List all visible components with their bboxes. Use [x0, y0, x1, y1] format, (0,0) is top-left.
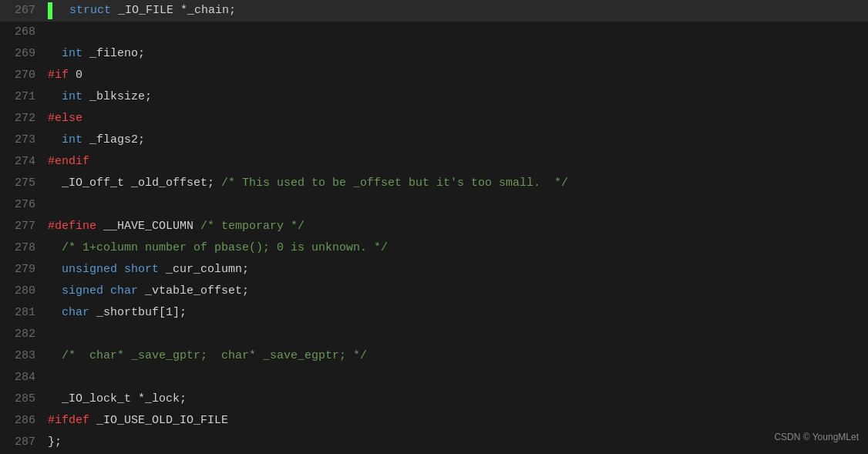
code-token: short	[124, 263, 159, 276]
code-token	[48, 284, 62, 298]
code-token: unsigned	[62, 263, 117, 276]
code-token: _blksize;	[82, 90, 152, 103]
line-content: /* 1+column number of pbase(); 0 is unkn…	[48, 237, 862, 259]
code-line: 267 struct _IO_FILE *_chain;	[0, 0, 868, 22]
code-line: 284	[0, 367, 868, 388]
active-line-indicator	[48, 2, 52, 19]
code-line: 278 /* 1+column number of pbase(); 0 is …	[0, 237, 868, 259]
line-number: 281	[6, 302, 35, 324]
code-token: };	[48, 436, 62, 449]
code-line: 269 int _fileno;	[0, 43, 868, 65]
line-number: 282	[6, 324, 35, 345]
line-content: };	[48, 432, 862, 453]
line-number: 287	[6, 432, 35, 453]
line-number: 273	[6, 129, 35, 151]
code-token: _flags2;	[82, 133, 145, 146]
code-line: 286#ifdef _IO_USE_OLD_IO_FILE	[0, 410, 868, 432]
code-line: 272#else	[0, 108, 868, 129]
line-content: #else	[48, 108, 862, 129]
line-number: 286	[6, 410, 35, 432]
line-content: #define __HAVE_COLUMN /* temporary */	[48, 216, 862, 237]
code-line: 271 int _blksize;	[0, 86, 868, 108]
code-token: #else	[48, 112, 82, 125]
code-token: struct	[69, 4, 111, 17]
line-content	[48, 194, 862, 216]
code-line: 287};	[0, 432, 868, 453]
code-token: _IO_off_t _old_offset;	[48, 177, 221, 190]
code-line: 273 int _flags2;	[0, 129, 868, 151]
code-line: 277#define __HAVE_COLUMN /* temporary */	[0, 216, 868, 237]
code-token	[48, 90, 62, 103]
line-number: 268	[6, 22, 35, 43]
code-token: _shortbuf[1];	[89, 306, 187, 319]
code-line: 285 _IO_lock_t *_lock;	[0, 388, 868, 410]
code-token	[56, 4, 69, 17]
code-token: signed	[62, 284, 103, 298]
line-number: 285	[6, 388, 35, 410]
code-token: #ifdef	[48, 414, 89, 427]
code-token: _fileno;	[82, 47, 145, 60]
code-token	[48, 349, 62, 362]
line-content	[48, 367, 862, 388]
code-line: 270#if 0	[0, 65, 868, 86]
code-token	[103, 284, 110, 298]
line-content: #endif	[48, 151, 862, 173]
code-token: _IO_USE_OLD_IO_FILE	[89, 414, 228, 427]
line-content: #ifdef _IO_USE_OLD_IO_FILE	[48, 410, 862, 432]
code-token: char	[110, 284, 138, 298]
line-content: signed char _vtable_offset;	[48, 281, 862, 302]
code-token	[48, 133, 62, 146]
line-content: int _flags2;	[48, 129, 862, 151]
code-line: 282	[0, 324, 868, 345]
line-number: 275	[6, 173, 35, 194]
line-content: _IO_off_t _old_offset; /* This used to b…	[48, 173, 862, 194]
line-content: int _fileno;	[48, 43, 862, 65]
line-number: 276	[6, 194, 35, 216]
code-line: 274#endif	[0, 151, 868, 173]
watermark: CSDN © YoungMLet	[774, 426, 859, 448]
code-line: 279 unsigned short _cur_column;	[0, 259, 868, 281]
code-token: char	[62, 306, 89, 319]
line-number: 271	[6, 86, 35, 108]
line-number: 278	[6, 237, 35, 259]
code-line: 281 char _shortbuf[1];	[0, 302, 868, 324]
line-content: unsigned short _cur_column;	[48, 259, 862, 281]
code-token: _cur_column;	[159, 263, 249, 276]
line-content: _IO_lock_t *_lock;	[48, 388, 862, 410]
line-content	[48, 22, 862, 43]
line-content: char _shortbuf[1];	[48, 302, 862, 324]
code-token: /* This used to be _offset but it's too …	[221, 177, 568, 190]
code-line: 280 signed char _vtable_offset;	[0, 281, 868, 302]
code-token: _vtable_offset;	[138, 284, 249, 298]
line-number: 270	[6, 65, 35, 86]
line-content: struct _IO_FILE *_chain;	[56, 0, 862, 22]
code-line: 283 /* char* _save_gptr; char* _save_egp…	[0, 345, 868, 367]
code-token: int	[62, 90, 82, 103]
line-content: int _blksize;	[48, 86, 862, 108]
code-token	[48, 263, 62, 276]
line-number: 272	[6, 108, 35, 129]
code-token: int	[62, 47, 82, 60]
line-number: 267	[6, 0, 35, 22]
line-number: 279	[6, 259, 35, 281]
code-line: 276	[0, 194, 868, 216]
code-token	[48, 241, 62, 254]
code-token: /* temporary */	[200, 220, 304, 233]
line-content: /* char* _save_gptr; char* _save_egptr; …	[48, 345, 862, 367]
line-number: 269	[6, 43, 35, 65]
code-token: 0	[69, 69, 82, 82]
code-token: #if	[48, 69, 69, 82]
code-token	[117, 263, 124, 276]
code-token: int	[62, 133, 82, 146]
code-line: 275 _IO_off_t _old_offset; /* This used …	[0, 173, 868, 194]
code-token: _IO_lock_t *_lock;	[48, 392, 187, 405]
code-token: #define	[48, 220, 96, 233]
line-number: 277	[6, 216, 35, 237]
code-token: __HAVE_COLUMN	[96, 220, 200, 233]
line-content: #if 0	[48, 65, 862, 86]
code-token: /* char* _save_gptr; char* _save_egptr; …	[62, 349, 367, 362]
line-number: 274	[6, 151, 35, 173]
code-token	[48, 47, 62, 60]
code-token: _IO_FILE *_chain;	[111, 4, 236, 17]
code-token: #endif	[48, 155, 89, 168]
